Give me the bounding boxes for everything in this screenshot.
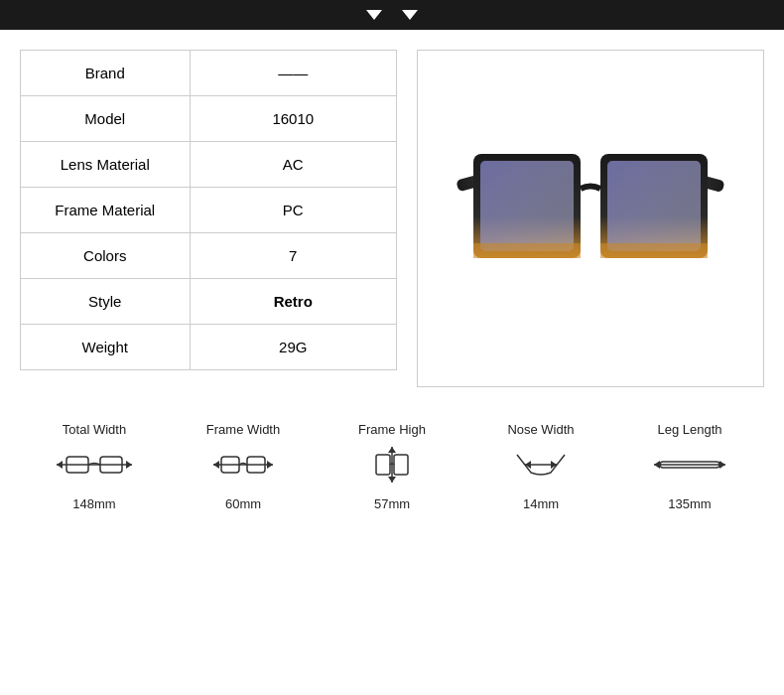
header-triangle-right [402, 10, 418, 20]
table-cell-label: Style [21, 279, 191, 325]
table-row: Model16010 [21, 96, 397, 142]
table-cell-value: AC [190, 142, 396, 188]
measure-item-total-width: Total Width 148mm [55, 422, 134, 511]
table-row: StyleRetro [21, 279, 397, 325]
svg-marker-19 [388, 447, 396, 453]
measure-value: 135mm [668, 496, 711, 511]
table-row: Frame MaterialPC [21, 188, 397, 233]
measure-value: 148mm [72, 496, 115, 511]
table-cell-value: —— [190, 51, 396, 96]
measure-label: Frame Width [206, 422, 280, 437]
frame-high-icon [352, 445, 432, 488]
svg-marker-25 [551, 461, 557, 469]
table-cell-value: PC [190, 188, 396, 233]
product-image-section [417, 50, 764, 387]
measure-value: 57mm [374, 496, 410, 511]
table-cell-label: Model [21, 96, 191, 142]
total-width-icon [55, 445, 134, 488]
table-row: Brand—— [21, 51, 397, 96]
table-row: Lens MaterialAC [21, 142, 397, 188]
page-header [0, 0, 784, 30]
measure-label: Total Width [63, 422, 126, 437]
svg-marker-24 [525, 461, 531, 469]
measure-item-nose-width: Nose Width 14mm [501, 422, 581, 511]
table-cell-label: Frame Material [21, 188, 191, 233]
svg-marker-20 [388, 477, 396, 483]
measure-item-leg-length: Leg Length 135mm [650, 422, 729, 511]
table-cell-label: Lens Material [21, 142, 191, 188]
table-cell-label: Brand [21, 51, 191, 96]
svg-rect-21 [376, 455, 390, 475]
table-cell-value: 29G [190, 325, 396, 370]
measure-item-frame-high: Frame High 57mm [352, 422, 432, 511]
measurements-section: Total Width 148mmFrame Width 60mmFrame H… [0, 407, 784, 521]
product-info-table-section: Brand——Model16010Lens MaterialACFrame Ma… [20, 50, 397, 387]
measure-label: Nose Width [507, 422, 574, 437]
svg-marker-14 [213, 461, 219, 469]
table-row: Colors7 [21, 233, 397, 279]
table-cell-label: Weight [21, 325, 191, 370]
main-content: Brand——Model16010Lens MaterialACFrame Ma… [0, 30, 784, 407]
svg-marker-28 [719, 461, 725, 469]
measure-label: Leg Length [657, 422, 721, 437]
measure-value: 60mm [225, 496, 261, 511]
header-triangle-left [366, 10, 382, 20]
table-cell-value: 7 [190, 233, 396, 279]
table-cell-label: Colors [21, 233, 191, 279]
svg-marker-15 [267, 461, 273, 469]
svg-marker-10 [126, 461, 132, 469]
svg-rect-3 [480, 161, 574, 251]
svg-rect-5 [607, 161, 701, 251]
svg-rect-7 [600, 243, 708, 258]
measure-value: 14mm [523, 496, 559, 511]
table-cell-value: Retro [190, 279, 396, 325]
product-info-table: Brand——Model16010Lens MaterialACFrame Ma… [20, 50, 397, 370]
product-image [452, 109, 729, 328]
svg-marker-27 [654, 461, 660, 469]
table-row: Weight29G [21, 325, 397, 370]
table-cell-value: 16010 [190, 96, 396, 142]
svg-rect-6 [473, 243, 581, 258]
svg-marker-9 [57, 461, 63, 469]
measure-item-frame-width: Frame Width 60mm [203, 422, 283, 511]
svg-rect-22 [394, 455, 408, 475]
leg-length-icon [650, 445, 729, 488]
nose-width-icon [501, 445, 581, 488]
frame-width-icon [203, 445, 283, 488]
measure-label: Frame High [358, 422, 426, 437]
